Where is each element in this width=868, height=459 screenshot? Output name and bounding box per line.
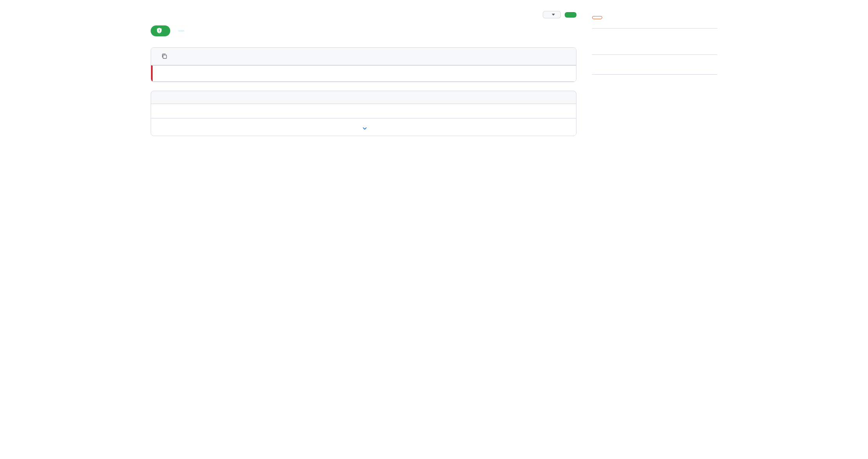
copy-path-button[interactable]	[160, 52, 168, 60]
caret-down-icon	[552, 14, 555, 16]
copy-icon	[161, 53, 167, 59]
affected-branches-section	[592, 40, 717, 55]
dismiss-button[interactable]	[543, 11, 561, 18]
severity-pill	[592, 16, 602, 19]
alert-shield-icon	[156, 28, 162, 34]
info-panel	[151, 91, 576, 136]
rule-description	[151, 104, 576, 118]
svg-rect-0	[163, 55, 167, 59]
show-more-button[interactable]	[360, 126, 367, 131]
annotation-block	[151, 65, 576, 82]
code-panel	[151, 47, 576, 82]
status-badge	[151, 25, 170, 36]
chevron-down-icon	[362, 126, 367, 131]
branch-chip[interactable]	[178, 30, 184, 32]
tags-section	[592, 66, 717, 75]
severity-section	[592, 14, 717, 29]
status-row	[151, 25, 576, 36]
create-issue-button[interactable]	[565, 12, 576, 18]
